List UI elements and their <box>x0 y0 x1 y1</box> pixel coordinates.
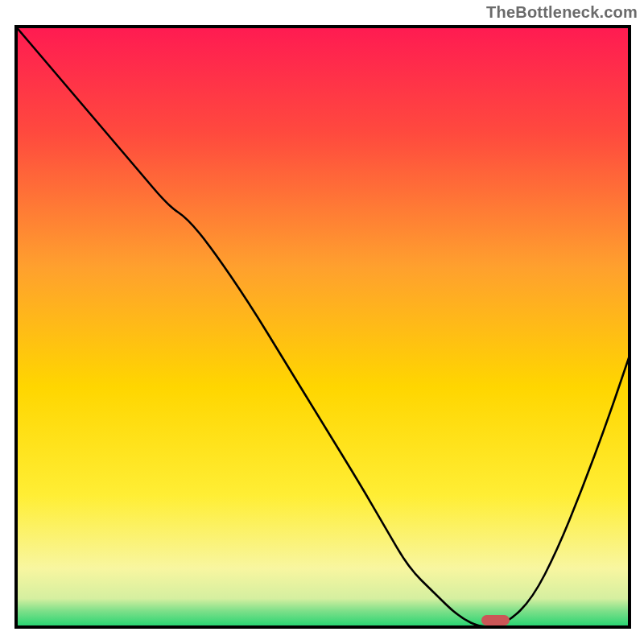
watermark-text: TheBottleneck.com <box>486 3 638 22</box>
chart-marker-pill <box>481 615 509 626</box>
chart-gradient-background <box>14 25 631 629</box>
